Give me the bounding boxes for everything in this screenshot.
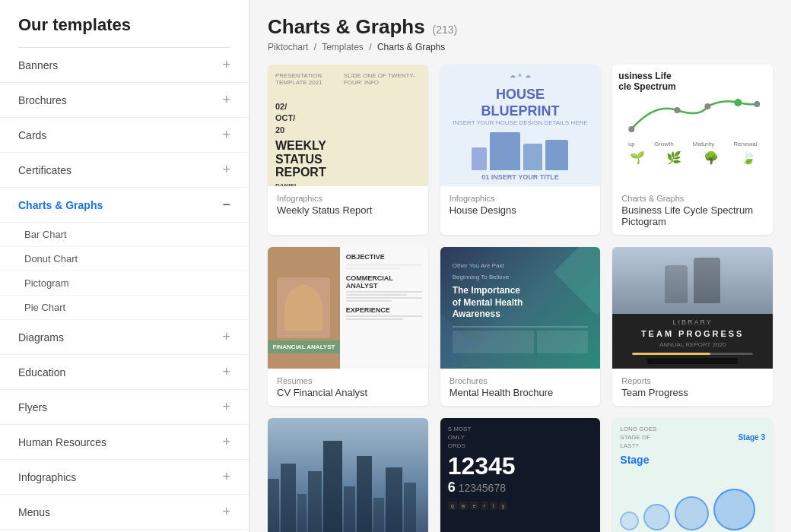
breadcrumb-part-1[interactable]: Piktochart	[268, 42, 308, 52]
expand-icon: +	[222, 434, 230, 450]
sidebar-title: Our templates	[0, 15, 249, 47]
sidebar-item-certificates[interactable]: Certificates +	[0, 153, 249, 188]
template-card-team-progress[interactable]: LIBRARY TEAM PROGRESS ANNUAL REPORT 2020…	[612, 247, 773, 406]
template-info: Charts & Graphs Business Life Cycle Spec…	[612, 186, 773, 235]
template-thumbnail: PRESENTATION TEMPLATE 2021 SLIDE ONE OF …	[268, 65, 428, 186]
expand-icon: +	[222, 469, 230, 485]
template-card-business-life-cycle[interactable]: usiness Life cle Spectrum upGrowthMaturi…	[612, 65, 773, 235]
sidebar-item-brochures[interactable]: Brochures +	[0, 83, 249, 118]
template-grid: PRESENTATION TEMPLATE 2021 SLIDE ONE OF …	[268, 65, 773, 532]
template-thumbnail: LONG GOES STAGE OF LAST? Stage Stage 3 S…	[612, 418, 773, 532]
template-thumbnail: LIBRARY TEAM PROGRESS ANNUAL REPORT 2020	[612, 247, 773, 369]
expand-icon: +	[222, 57, 230, 73]
template-category: Brochures	[450, 376, 592, 385]
sidebar-item-diagrams[interactable]: Diagrams +	[0, 320, 249, 355]
template-category: Charts & Graphs	[621, 194, 764, 203]
sidebar-item-charts-graphs[interactable]: Charts & Graphs −	[0, 188, 249, 223]
sidebar-subitem-pictogram[interactable]: Pictogram	[0, 271, 249, 296]
template-thumbnail: FINANCIAL ANALYST OBJECTIVE COMMERCIAL A…	[268, 247, 428, 369]
sidebar-item-menus[interactable]: Menus +	[0, 495, 249, 530]
template-name: Business Life Cycle Spectrum Pictogram	[621, 204, 764, 227]
template-card-business-stages[interactable]: LONG GOES STAGE OF LAST? Stage Stage 3 S…	[612, 418, 773, 532]
template-card-house-designs[interactable]: ☁ ☀ ☁ HOUSEBLUEPRINT INSERT YOUR HOUSE D…	[440, 65, 601, 235]
template-card-cv-financial-analyst[interactable]: FINANCIAL ANALYST OBJECTIVE COMMERCIAL A…	[268, 247, 428, 406]
template-name: Mental Health Brochure	[450, 387, 592, 398]
template-card-mental-health-brochure[interactable]: Other You Are Paid Beginning To Believe …	[440, 247, 601, 406]
sidebar-item-human-resources[interactable]: Human Resources +	[0, 425, 249, 460]
sidebar-item-flyers[interactable]: Flyers +	[0, 390, 249, 425]
template-category: Infographics	[450, 194, 592, 203]
template-card-data-dashboard[interactable]: S MOST OMLY ORDS 12345 6 12345678 q w e …	[440, 418, 601, 532]
template-thumbnail: ☁ ☀ ☁ HOUSEBLUEPRINT INSERT YOUR HOUSE D…	[440, 65, 601, 186]
sidebar-subitem-donut-chart[interactable]: Donut Chart	[0, 247, 249, 271]
svg-point-4	[754, 101, 761, 107]
template-thumbnail	[268, 418, 428, 532]
sidebar-item-banners[interactable]: Banners +	[0, 48, 249, 83]
sidebar-subitem-pie-chart[interactable]: Pie Chart	[0, 296, 249, 320]
main-header: Charts & Graphs (213) Piktochart / Templ…	[268, 15, 773, 52]
template-info: Resumes CV Financial Analyst	[268, 369, 428, 406]
sidebar-subitem-bar-chart[interactable]: Bar Chart	[0, 223, 249, 247]
breadcrumb: Piktochart / Templates / Charts & Graphs	[268, 42, 773, 52]
collapse-icon: −	[222, 197, 230, 213]
template-category: Resumes	[277, 376, 419, 385]
expand-icon: +	[222, 127, 230, 143]
breadcrumb-part-2[interactable]: Templates	[322, 42, 364, 52]
sidebar: Our templates Banners + Brochures + Card…	[0, 0, 249, 532]
template-category: Infographics	[277, 194, 419, 203]
expand-icon: +	[222, 399, 230, 415]
svg-point-1	[675, 107, 681, 113]
template-thumbnail: Other You Are Paid Beginning To Believe …	[440, 247, 601, 369]
sidebar-item-education[interactable]: Education +	[0, 355, 249, 390]
template-info: Infographics Weekly Status Report	[268, 186, 428, 223]
sidebar-item-infographics[interactable]: Infographics +	[0, 460, 249, 495]
template-thumbnail: S MOST OMLY ORDS 12345 6 12345678 q w e …	[440, 418, 601, 532]
expand-icon: +	[222, 92, 230, 108]
svg-point-0	[629, 126, 635, 132]
sidebar-item-cards[interactable]: Cards +	[0, 118, 249, 153]
breadcrumb-sep-2: /	[369, 42, 371, 52]
svg-point-3	[735, 99, 742, 106]
expand-icon: +	[222, 504, 230, 520]
template-info: Infographics House Designs	[440, 186, 601, 223]
template-name: Weekly Status Report	[277, 204, 419, 216]
page-title: Charts & Graphs	[268, 15, 425, 38]
expand-icon: +	[222, 364, 230, 380]
template-card-weekly-status-report[interactable]: PRESENTATION TEMPLATE 2021 SLIDE ONE OF …	[268, 65, 428, 235]
template-name: CV Financial Analyst	[277, 387, 419, 398]
template-count: (213)	[433, 24, 458, 36]
main-content: Charts & Graphs (213) Piktochart / Templ…	[249, 0, 791, 532]
template-card-urban-architecture[interactable]: Infographics Urban Architecture	[268, 418, 428, 532]
breadcrumb-part-3: Charts & Graphs	[377, 42, 445, 52]
template-category: Reports	[621, 376, 764, 385]
template-thumbnail: usiness Life cle Spectrum upGrowthMaturi…	[612, 65, 773, 186]
expand-icon: +	[222, 329, 230, 345]
expand-icon: +	[222, 162, 230, 178]
charts-graphs-submenu: Bar Chart Donut Chart Pictogram Pie Char…	[0, 223, 249, 320]
template-name: House Designs	[450, 204, 592, 216]
breadcrumb-sep-1: /	[314, 42, 316, 52]
template-name: Team Progress	[621, 387, 764, 398]
svg-point-2	[705, 103, 711, 109]
template-info: Reports Team Progress	[612, 369, 773, 406]
template-info: Brochures Mental Health Brochure	[440, 369, 601, 406]
